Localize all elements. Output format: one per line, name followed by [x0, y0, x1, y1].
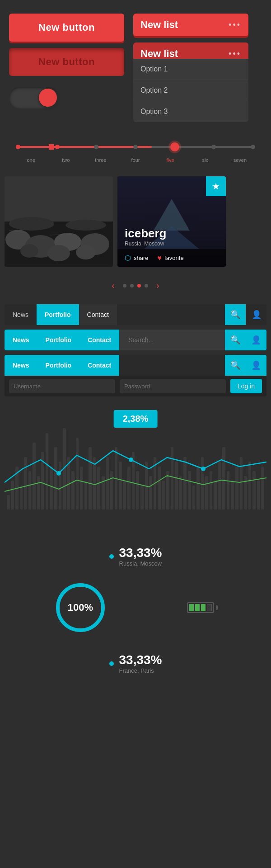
- password-input[interactable]: [120, 379, 226, 393]
- user-icon-btn-2[interactable]: 👤: [246, 330, 266, 350]
- slider-label-seven: seven: [223, 157, 257, 163]
- stat-value-1: 33,33%: [119, 546, 162, 560]
- navbar-2: News Portfolio Contact 🔍 👤: [5, 330, 266, 350]
- card-footer: ⬡ share ♥ favorite: [117, 249, 226, 267]
- svg-point-17: [129, 458, 133, 462]
- stat-dot-1: [109, 554, 114, 559]
- stat-row-2: 33,33% France, Paris: [109, 653, 162, 674]
- svg-point-10: [9, 217, 54, 231]
- nav-item-contact-1[interactable]: Contact: [79, 304, 117, 325]
- slider-labels: one two three four five six seven: [14, 157, 257, 163]
- share-action[interactable]: ⬡ share: [125, 254, 149, 262]
- nav-item-contact-3[interactable]: Contact: [79, 355, 119, 376]
- nav-item-news-1[interactable]: News: [5, 304, 37, 325]
- card-subtitle: Russia, Moscow: [125, 241, 219, 247]
- battery-indicator: [187, 602, 218, 613]
- username-input[interactable]: [9, 379, 115, 393]
- slider-thumb-five[interactable]: [170, 142, 179, 151]
- slider-label-two: two: [48, 157, 83, 163]
- svg-point-7: [47, 245, 70, 261]
- navbar-3: News Portfolio Contact 🔍 👤: [5, 355, 266, 376]
- nav-item-news-2[interactable]: News: [5, 330, 37, 350]
- info-card[interactable]: ★ iceberg Russia, Moscow ⬡ share ♥ favor…: [117, 176, 226, 267]
- nav-item-news-3[interactable]: News: [5, 355, 37, 376]
- list-body: Option 1 Option 2 Option 3: [133, 59, 248, 122]
- nav-item-portfolio-3[interactable]: Portfolio: [37, 355, 80, 376]
- section-stats: 33,33% Russia, Moscow: [0, 537, 271, 576]
- star-button[interactable]: ★: [206, 176, 226, 196]
- carousel-prev[interactable]: ‹: [107, 280, 119, 291]
- list-1-title: New list: [140, 19, 178, 31]
- list-header-1[interactable]: New list •••: [133, 14, 248, 36]
- section-navbars: News Portfolio Contact 🔍 👤 News Portfoli…: [0, 300, 271, 401]
- toggle-thumb: [39, 89, 57, 107]
- list-item-2[interactable]: Option 2: [133, 80, 248, 101]
- user-icon-1: 👤: [252, 310, 262, 320]
- svg-rect-9: [5, 176, 113, 222]
- battery-bar-3: [201, 604, 206, 611]
- user-icon-btn-3[interactable]: 👤: [246, 355, 266, 376]
- svg-point-16: [56, 471, 61, 476]
- carousel-dot-3[interactable]: [137, 284, 141, 288]
- slider-label-three: three: [83, 157, 118, 163]
- favorite-action[interactable]: ♥ favorite: [158, 254, 184, 262]
- user-icon-3: 👤: [251, 360, 261, 370]
- login-button[interactable]: Log in: [230, 379, 262, 393]
- navbar-1: News Portfolio Contact 🔍 👤: [5, 304, 266, 325]
- photo-image: [5, 176, 113, 267]
- login-bar: Log in: [5, 376, 266, 396]
- stat-value-2: 33,33%: [119, 653, 162, 667]
- carousel-dot-2[interactable]: [130, 284, 134, 288]
- list-item-3[interactable]: Option 3: [133, 101, 248, 122]
- favorite-label: favorite: [164, 255, 184, 261]
- search-icon-btn-1[interactable]: 🔍: [225, 304, 246, 325]
- carousel-next[interactable]: ›: [152, 280, 164, 291]
- svg-point-18: [201, 467, 206, 471]
- list-1-dots[interactable]: •••: [229, 20, 241, 30]
- list-group-2: New list ••• Option 1 Option 2 Option 3: [133, 42, 248, 122]
- stat-2: 33,33% France, Paris: [119, 653, 162, 674]
- circle-progress: 100%: [53, 580, 107, 635]
- list-2-dots[interactable]: •••: [229, 49, 241, 59]
- heart-icon: ♥: [158, 254, 162, 262]
- chart-badge: 2,38%: [114, 410, 158, 428]
- nav-items-1: News Portfolio Contact: [5, 304, 117, 325]
- stat-label-2: France, Paris: [119, 667, 162, 674]
- section-cards: ★ iceberg Russia, Moscow ⬡ share ♥ favor…: [0, 167, 271, 276]
- section-buttons: New button New button New list ••• New l…: [0, 0, 271, 131]
- battery-wrap: [187, 602, 218, 613]
- search-icon-3: 🔍: [230, 360, 240, 370]
- slider-label-one: one: [14, 157, 48, 163]
- list-item-1[interactable]: Option 1: [133, 59, 248, 80]
- primary-button[interactable]: New button: [9, 14, 124, 42]
- carousel-dot-1[interactable]: [123, 284, 126, 288]
- stat-label-1: Russia, Moscow: [119, 560, 162, 567]
- search-input[interactable]: [124, 336, 178, 344]
- user-icon-2: 👤: [251, 335, 261, 345]
- battery-bar-1: [189, 604, 194, 611]
- svg-point-11: [65, 220, 106, 231]
- toggle-wrapper: [9, 87, 124, 108]
- toggle-track[interactable]: [9, 87, 59, 108]
- carousel-controls: ‹ ›: [0, 276, 271, 300]
- chart-container: [5, 410, 266, 528]
- user-icon-btn-1[interactable]: 👤: [246, 304, 266, 325]
- card-text-area: iceberg Russia, Moscow: [117, 224, 226, 247]
- nav-item-portfolio-2[interactable]: Portfolio: [37, 330, 80, 350]
- list-2-title: New list: [140, 48, 178, 60]
- svg-point-8: [76, 245, 96, 259]
- share-label: share: [134, 255, 149, 261]
- svg-point-6: [20, 244, 38, 258]
- nav-item-portfolio-1[interactable]: Portfolio: [37, 304, 79, 325]
- photo-card[interactable]: [5, 176, 113, 267]
- battery-bar-4: [207, 604, 212, 611]
- star-icon: ★: [212, 181, 220, 192]
- nav-item-contact-2[interactable]: Contact: [79, 330, 119, 350]
- search-icon-btn-2[interactable]: 🔍: [225, 330, 246, 350]
- carousel-dot-4[interactable]: [145, 284, 148, 288]
- circle-label: 100%: [68, 602, 93, 613]
- primary-button-pressed[interactable]: New button: [9, 48, 124, 76]
- nav-items-3: News Portfolio Contact: [5, 355, 119, 376]
- search-area: [119, 330, 225, 350]
- search-icon-btn-3[interactable]: 🔍: [225, 355, 246, 376]
